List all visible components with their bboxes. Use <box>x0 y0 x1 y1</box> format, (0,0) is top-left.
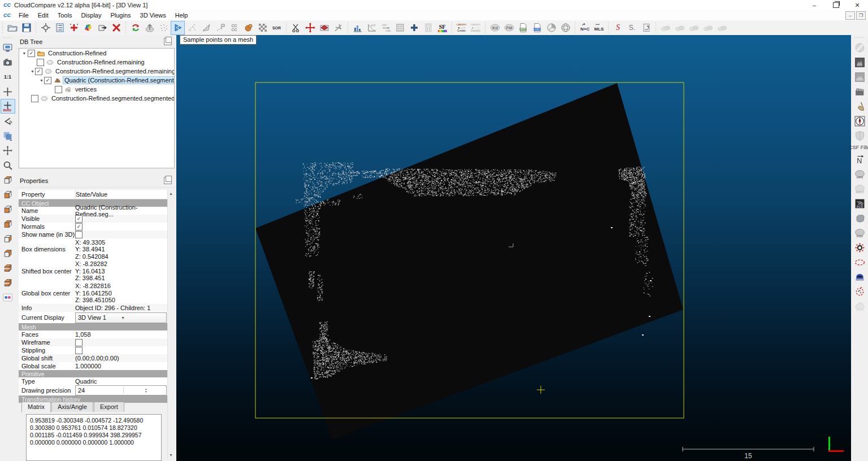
menu-edit[interactable]: Edit <box>33 11 53 19</box>
properties-scrollbar[interactable]: ▲ ▼ <box>167 190 174 459</box>
facets-button[interactable] <box>544 21 558 35</box>
open-button[interactable] <box>5 21 19 35</box>
expander-icon[interactable]: ▼ <box>21 51 27 55</box>
save-button[interactable] <box>19 21 33 35</box>
view-back-iso-button[interactable]: BACK <box>1 275 15 290</box>
subsample-button[interactable] <box>185 21 199 35</box>
poisson-recon-button[interactable] <box>852 211 867 225</box>
normals-checkbox[interactable]: ✓ <box>75 223 83 230</box>
menu-file[interactable]: File <box>14 11 33 19</box>
mesh-sampling-button[interactable] <box>241 21 255 35</box>
fm-button[interactable]: FM <box>502 21 516 35</box>
ellipser-button[interactable] <box>852 255 867 269</box>
previous-view-button[interactable] <box>1 114 15 128</box>
visibility-checkbox[interactable]: ✓ <box>28 50 35 57</box>
mls-smoothing-button[interactable]: MLS <box>592 21 606 35</box>
menu-help[interactable]: Help <box>171 11 193 19</box>
visibility-checkbox[interactable] <box>31 95 38 102</box>
swap-axes-button[interactable] <box>128 21 142 35</box>
tree-item-4[interactable]: vertices <box>19 85 174 94</box>
close-button[interactable]: ✕ <box>847 0 868 10</box>
hpr-button[interactable]: HPR <box>852 167 867 181</box>
screenshot-button[interactable] <box>1 55 15 69</box>
view-bottom-button[interactable] <box>1 187 15 202</box>
tree-item-label[interactable]: Quadric (Construction-Refined.segmente..… <box>63 77 175 84</box>
sample-points-on-mesh-button[interactable] <box>171 21 185 35</box>
menu-display[interactable]: Display <box>76 11 106 19</box>
expander-icon[interactable]: ▼ <box>31 69 34 73</box>
render-modes-button[interactable] <box>1 128 15 143</box>
global-zoom-button[interactable] <box>1 84 15 99</box>
masonry-button[interactable] <box>852 299 867 314</box>
menu-tools[interactable]: Tools <box>53 11 77 19</box>
tree-item-5[interactable]: Construction-Refined.segmented.segmented <box>19 94 174 103</box>
scalar-fields-button[interactable]: SF <box>435 21 449 35</box>
restore-button[interactable] <box>825 0 847 10</box>
point-picking-button[interactable] <box>331 21 345 35</box>
cloud-anim-2-button[interactable] <box>672 21 687 35</box>
convert-scalar-button[interactable]: minmax <box>379 21 393 35</box>
tree-item-3[interactable]: ▼✓Quadric (Construction-Refined.segmente… <box>19 76 174 85</box>
tree-item-label[interactable]: Construction-Refined.segmented.segmented <box>50 95 175 102</box>
extract-sections-button[interactable] <box>199 21 213 35</box>
tree-item-label[interactable]: vertices <box>74 86 98 93</box>
mdi-restore-button[interactable]: ❐ <box>856 11 866 20</box>
tree-item-2[interactable]: ▼✓Construction-Refined.segmented.remaini… <box>19 67 174 76</box>
minimize-button[interactable]: – <box>804 0 825 10</box>
cloud-anim-3-button[interactable] <box>687 21 701 35</box>
cloud-normals-button[interactable] <box>142 21 157 35</box>
tree-item-0[interactable]: ▼✓Construction-Refined <box>19 49 174 58</box>
ransac-sd-button[interactable]: RSD <box>852 225 867 240</box>
shp-export-button[interactable]: SHP <box>516 21 530 35</box>
primitive-factory-button[interactable] <box>38 21 53 35</box>
show-name-in-3d--checkbox[interactable] <box>75 231 83 238</box>
kd-tree-button[interactable]: Kd <box>488 21 502 35</box>
view-front-button[interactable] <box>1 216 15 231</box>
apply-transformation-button[interactable] <box>95 21 109 35</box>
scroll-up-icon[interactable]: ▲ <box>168 190 174 197</box>
pan-mode-button[interactable] <box>1 143 15 158</box>
canupo-create-button[interactable]: CANUPO●↔○Create <box>454 21 468 35</box>
wireframe-checkbox[interactable] <box>75 339 83 346</box>
drawing-precision-input[interactable]: 24▴▾ <box>75 385 167 395</box>
visibility-checkbox[interactable]: ✓ <box>35 68 42 75</box>
sphere-mesh-button[interactable] <box>558 21 572 35</box>
cloud-anim-1-button[interactable] <box>658 21 672 35</box>
delete-button[interactable] <box>109 21 123 35</box>
csf-plugin-button[interactable]: S <box>611 21 625 35</box>
view-top-button[interactable] <box>1 172 15 187</box>
zoom-1-1-button[interactable]: 1:1 <box>1 69 15 84</box>
edl-shader-button[interactable]: EDL <box>852 55 867 69</box>
canupo-classify-button[interactable]: CANUPO●↔○Classify <box>468 21 483 35</box>
sor-filter-button[interactable]: SOR <box>270 21 284 35</box>
mdi-minimize-button[interactable]: – <box>845 11 855 20</box>
gear-tool-button[interactable] <box>852 240 867 255</box>
view-left-button[interactable] <box>1 202 15 216</box>
cloud-cloud-distance-button[interactable]: CCCC <box>227 21 241 35</box>
auto-pick-center-button[interactable]: auto <box>1 99 15 114</box>
stereo-anaglyph-button[interactable] <box>1 290 15 305</box>
visibility-checkbox[interactable] <box>55 86 62 93</box>
animation-button[interactable] <box>852 84 867 99</box>
console-button[interactable] <box>53 21 67 35</box>
menu-plugins[interactable]: Plugins <box>106 11 135 19</box>
tab-axis-angle[interactable]: Axis/Angle <box>51 402 93 412</box>
expander-icon[interactable]: ▼ <box>40 79 44 82</box>
scroll-down-icon[interactable]: ▼ <box>168 451 174 459</box>
cloud-anim-5-button[interactable] <box>715 21 729 35</box>
tree-item-label[interactable]: Construction-Refined <box>47 50 107 56</box>
clipping-box-button[interactable] <box>317 21 331 35</box>
rasterize-button[interactable] <box>255 21 270 35</box>
visibility-checkbox[interactable] <box>37 59 44 66</box>
stereo-mode-button[interactable] <box>852 40 867 55</box>
segment-button[interactable] <box>289 21 303 35</box>
menu-3d-views[interactable]: 3D Views <box>136 11 171 19</box>
current-display-dropdown[interactable]: 3D View 1▾ <box>75 312 167 323</box>
fit-distribution-button[interactable]: μ,σ <box>364 21 379 35</box>
m3c2-button[interactable]: M3C2 <box>852 181 867 196</box>
spinner-arrows-icon[interactable]: ▴▾ <box>123 388 167 393</box>
csv-export-button[interactable]: CSV <box>530 21 544 35</box>
add-scalar-field-button[interactable] <box>407 21 421 35</box>
tree-item-label[interactable]: Construction-Refined.segmented.remaining <box>54 68 175 75</box>
filter-by-value-button[interactable] <box>393 21 407 35</box>
